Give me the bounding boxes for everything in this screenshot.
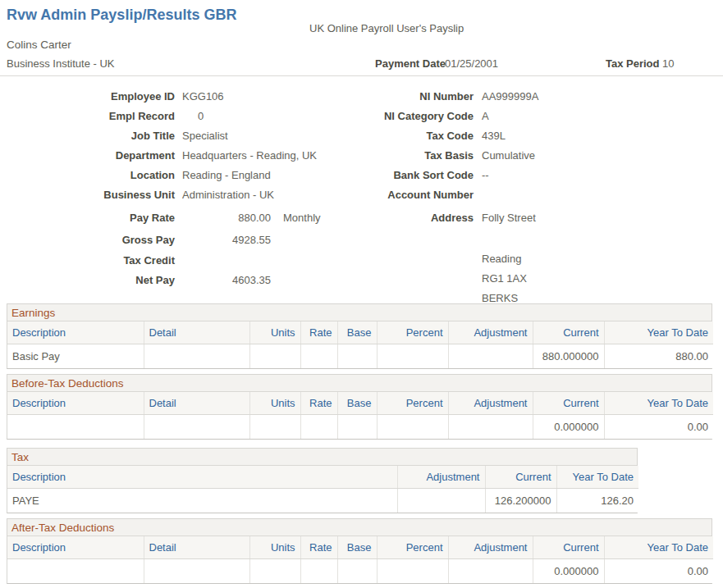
tax-credit-label: Tax Credit [0,254,175,267]
earnings-col-ytd[interactable]: Year To Date [604,321,713,344]
field-account-number: Account Number [361,189,723,208]
tax-col-ytd[interactable]: Year To Date [556,466,638,488]
address-line2: Reading [482,253,521,265]
earnings-ytd-cell: 880.00 [604,344,713,368]
before-tax-units-cell [249,414,300,439]
after-tax-base-cell [337,558,377,583]
earnings-col-detail[interactable]: Detail [144,321,249,344]
section-tax: Tax Description Adjustment Current Year … [7,448,638,513]
tax-code-label: Tax Code [361,130,474,142]
after-tax-detail-cell [144,558,249,583]
field-bank-sort-code: Bank Sort Code -- [361,169,723,189]
earnings-table: Description Detail Units Rate Base Perce… [7,321,713,368]
earnings-col-base[interactable]: Base [337,321,377,344]
page-title: Rvw Admin Payslip/Results GBR [7,7,236,24]
earnings-base-cell [337,344,377,368]
employee-id-label: Employee ID [0,90,175,103]
bank-sort-code-label: Bank Sort Code [361,169,474,181]
payslip-subtitle: UK Online Payroll User's Payslip [309,22,464,34]
tax-col-adjustment[interactable]: Adjustment [397,466,485,488]
after-tax-description-cell [7,558,144,583]
before-tax-col-ytd[interactable]: Year To Date [604,392,713,414]
after-tax-units-cell [249,558,300,583]
empl-record-label: Empl Record [0,110,175,122]
field-address-line3: RG1 1AX [361,272,723,292]
before-tax-current-cell: 0.000000 [533,414,604,439]
field-gross-pay: Gross Pay 4928.55 [0,234,361,253]
before-tax-detail-cell [144,414,249,439]
earnings-col-description[interactable]: Description [7,321,144,344]
after-tax-col-ytd[interactable]: Year To Date [604,536,713,558]
field-empl-record: Empl Record 0 [0,110,361,130]
before-tax-col-adjustment[interactable]: Adjustment [448,392,533,414]
field-job-title: Job Title Specialist [0,130,361,149]
earnings-section-title: Earnings [11,307,55,319]
earnings-col-adjustment[interactable]: Adjustment [448,321,533,344]
net-pay-value: 4603.35 [182,274,271,286]
field-location: Location Reading - England [0,169,361,189]
pay-rate-frequency: Monthly [283,212,321,224]
before-tax-header-row: Description Detail Units Rate Base Perce… [7,392,713,414]
location-value: Reading - England [182,169,271,181]
earnings-col-units[interactable]: Units [249,321,300,344]
after-tax-col-rate[interactable]: Rate [300,536,337,558]
employee-name: Colins Carter [7,39,71,51]
ni-number-label: NI Number [361,90,474,103]
before-tax-col-units[interactable]: Units [249,392,300,414]
field-tax-basis: Tax Basis Cumulative [361,149,723,169]
before-tax-data-row: 0.000000 0.00 [7,414,713,439]
field-business-unit: Business Unit Administration - UK [0,189,361,208]
after-tax-col-base[interactable]: Base [337,536,377,558]
tax-data-row: PAYE 126.200000 126.20 [7,488,638,513]
before-tax-section-bar: Before-Tax Deductions [7,375,712,392]
tax-col-current[interactable]: Current [485,466,556,488]
before-tax-col-detail[interactable]: Detail [144,392,249,414]
before-tax-col-current[interactable]: Current [533,392,604,414]
tax-section-bar: Tax [7,449,637,466]
after-tax-col-percent[interactable]: Percent [377,536,448,558]
after-tax-section-title: After-Tax Deductions [11,522,114,534]
details-right-column: NI Number AA999999A NI Category Code A T… [361,90,723,312]
tax-code-value: 439L [482,130,506,142]
earnings-data-row: Basic Pay 880.000000 880.00 [7,344,713,368]
earnings-col-current[interactable]: Current [533,321,604,344]
before-tax-col-rate[interactable]: Rate [300,392,337,414]
tax-table: Description Adjustment Current Year To D… [7,466,638,513]
field-tax-code: Tax Code 439L [361,130,723,149]
before-tax-col-base[interactable]: Base [337,392,377,414]
field-ni-number: NI Number AA999999A [361,90,723,110]
employee-details: Employee ID KGG106 Empl Record 0 Job Tit… [0,90,723,303]
after-tax-col-units[interactable]: Units [249,536,300,558]
tax-period-value: 10 [662,57,674,70]
after-tax-col-description[interactable]: Description [7,536,144,558]
section-after-tax-deductions: After-Tax Deductions Description Detail … [7,518,712,584]
payslip-page: Rvw Admin Payslip/Results GBR UK Online … [0,0,723,588]
gross-pay-label: Gross Pay [0,234,175,246]
empl-record-value: 0 [198,110,204,122]
address-line1: Folly Street [482,212,536,224]
after-tax-col-detail[interactable]: Detail [144,536,249,558]
after-tax-ytd-cell: 0.00 [604,558,713,583]
earnings-col-percent[interactable]: Percent [377,321,448,344]
before-tax-col-percent[interactable]: Percent [377,392,448,414]
after-tax-current-cell: 0.000000 [533,558,604,583]
field-ni-category-code: NI Category Code A [361,110,723,130]
tax-basis-label: Tax Basis [361,149,474,162]
address-line3: RG1 1AX [482,272,527,285]
tax-col-description[interactable]: Description [7,466,397,488]
earnings-col-rate[interactable]: Rate [300,321,337,344]
company-name: Business Institute - UK [7,57,115,70]
tax-ytd-cell: 126.20 [556,488,638,513]
before-tax-ytd-cell: 0.00 [604,414,713,439]
details-left-column: Employee ID KGG106 Empl Record 0 Job Tit… [0,90,361,294]
before-tax-col-description[interactable]: Description [7,392,144,414]
location-label: Location [0,169,175,181]
payment-date-value: 01/25/2001 [445,57,498,70]
tax-current-cell: 126.200000 [485,488,556,513]
after-tax-col-current[interactable]: Current [533,536,604,558]
earnings-percent-cell [377,344,448,368]
tax-adjustment-cell [397,488,485,513]
before-tax-percent-cell [377,414,448,439]
after-tax-col-adjustment[interactable]: Adjustment [448,536,533,558]
field-address-line2: Reading [361,253,723,272]
